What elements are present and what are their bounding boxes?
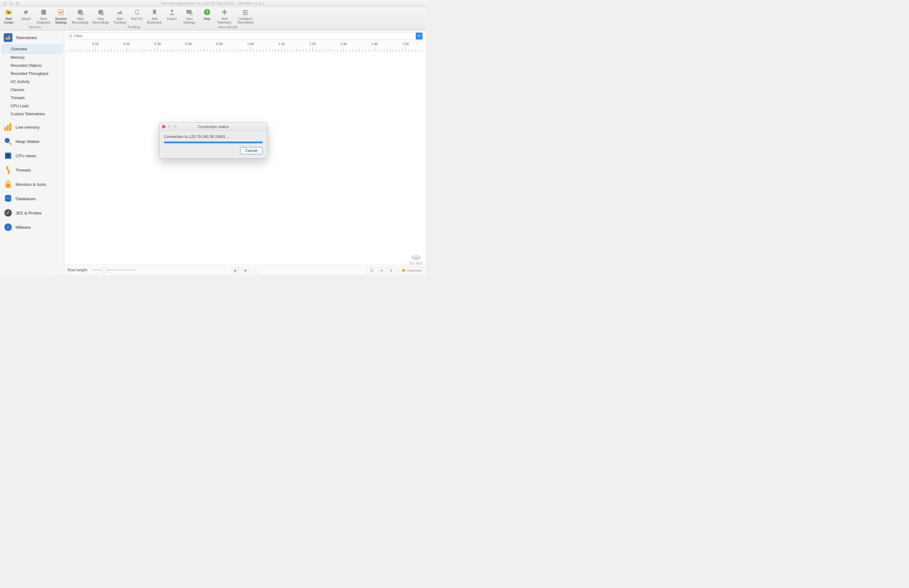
sidebar-sub-recorded-throughput[interactable]: Recorded Throughput (2, 69, 62, 78)
sidebar-cat-cpu-views[interactable]: CPU views (0, 149, 64, 163)
status-bar-right: ⇆ ⇅ Detached (367, 267, 424, 274)
remove-button[interactable]: − (251, 268, 259, 274)
run-gc-button[interactable]: Run GC (128, 7, 146, 24)
toolbar-group-label-session: Session (0, 24, 70, 30)
attach-button[interactable]: Attach (18, 7, 35, 24)
svg-point-25 (411, 255, 421, 260)
tick-major (126, 47, 127, 51)
svg-point-27 (417, 255, 419, 257)
sidebar-cat-heap-walker[interactable]: Heap Walker (0, 134, 64, 149)
tick-mid (142, 48, 142, 51)
databases-icon (4, 194, 13, 203)
search-icon (67, 34, 74, 38)
export-button[interactable]: Export (163, 7, 181, 24)
row-height-slider[interactable] (93, 270, 136, 271)
flag-button[interactable]: ⚑ (241, 268, 249, 274)
sidebar-cat-jee-probes[interactable]: JEE & Probes (0, 206, 64, 220)
sidebar-sub-memory[interactable]: Memory (2, 53, 62, 61)
sidebar-sub-gc-activity[interactable]: GC Activity (2, 78, 62, 86)
tick-minor (108, 49, 108, 51)
folder-play-icon (5, 8, 13, 16)
sidebar-sub-threads[interactable]: Threads (2, 94, 62, 102)
tick-minor (381, 49, 381, 51)
cancel-button[interactable]: Cancel (240, 147, 263, 155)
start-recordings-button[interactable]: Start Recordings (70, 7, 91, 24)
tick-minor (294, 49, 294, 51)
toolbar-group-label-profiling: Profiling (70, 24, 198, 30)
sidebar-cat-telemetries[interactable]: Telemetries (0, 31, 64, 45)
tick-minor (83, 49, 83, 51)
sidebar-sub-custom-telemetries[interactable]: Custom Telemetries (2, 110, 62, 118)
sidebar-sub-cpu-load[interactable]: CPU Load (2, 102, 62, 110)
tick-minor (170, 49, 170, 51)
tick-major (343, 47, 344, 51)
add-bookmark-button[interactable]: Add Bookmark (146, 7, 163, 24)
row-height-label: Row height: (68, 268, 88, 272)
start-center-button[interactable]: Start Center (0, 7, 18, 24)
tick-mid (204, 48, 204, 51)
sidebar-cat-mbeans[interactable]: MBeans (0, 220, 64, 234)
tick-minor (275, 49, 275, 51)
slider-thumb-icon[interactable] (102, 268, 107, 273)
zoom-tool-button[interactable] (367, 267, 376, 274)
save-snapshot-button[interactable]: Save Snapshot (35, 7, 52, 24)
sliders-icon (241, 8, 249, 16)
svg-point-29 (402, 269, 405, 272)
detached-label: Detached (407, 268, 421, 272)
view-settings-button[interactable]: View Settings (181, 7, 198, 24)
svg-point-24 (69, 34, 71, 37)
start-tracking-button[interactable]: Start Tracking (111, 7, 128, 24)
tick-minor (114, 49, 115, 51)
tracking-icon (116, 8, 124, 16)
tick-mid (235, 48, 235, 51)
tick-minor (393, 49, 393, 51)
tick-label: 0:30 (154, 42, 161, 46)
filter-input-wrap[interactable] (67, 32, 424, 40)
jee-probes-icon (4, 208, 13, 217)
sidebar-sub-recorded-objects[interactable]: Recorded Objects (2, 61, 62, 69)
tick-minor (278, 49, 278, 51)
tick-minor (74, 49, 74, 51)
dialog-close-icon[interactable] (162, 125, 165, 128)
add-probe-button[interactable]: ✚ (231, 268, 239, 274)
telemetries-icon (4, 33, 13, 42)
fit-height-button[interactable]: ⇅ (387, 267, 395, 274)
tick-major (251, 47, 251, 51)
filter-dropdown-button[interactable] (416, 32, 422, 39)
configure-telemetries-button[interactable]: Configure Telemetries (233, 7, 257, 24)
tick-mid (266, 48, 267, 51)
svg-point-28 (370, 269, 373, 271)
session-settings-button[interactable]: Session Settings (52, 7, 70, 24)
tick-minor (291, 49, 291, 51)
connection-status-chip[interactable]: Detached (399, 267, 424, 274)
clipboard-check-icon (57, 8, 65, 16)
toolbar-group-view-specific: ? Help Add Telemetry Configure Telemetri… (198, 7, 257, 30)
svg-rect-19 (6, 184, 11, 188)
tick-minor (309, 49, 310, 51)
tick-minor (378, 49, 378, 51)
svg-point-26 (413, 255, 415, 257)
tick-major (375, 47, 375, 51)
tick-minor (319, 49, 319, 51)
telemetries-subitems: OverviewMemoryRecorded ObjectsRecorded T… (0, 45, 64, 120)
tick-mid (328, 48, 328, 51)
sidebar-cat-monitors-locks[interactable]: Monitors & locks (0, 177, 64, 191)
sidebar-sub-overview[interactable]: Overview (2, 45, 62, 53)
main-toolbar: Start Center Attach Save Snapshot Sessio… (0, 7, 426, 31)
tick-mid (297, 48, 297, 51)
fit-width-button[interactable]: ⇆ (378, 267, 385, 274)
sidebar-sub-classes[interactable]: Classes (2, 86, 62, 94)
tick-minor (71, 49, 71, 51)
sidebar-cat-threads[interactable]: Threads (0, 163, 64, 177)
sidebar-cat-telemetries-label: Telemetries (16, 36, 37, 40)
sidebar-cat-live-memory[interactable]: Live memory (0, 120, 64, 134)
tick-label: 1:00 (247, 42, 254, 46)
add-telemetry-button[interactable]: Add Telemetry (216, 7, 233, 24)
filter-input[interactable] (74, 34, 414, 38)
help-button[interactable]: ? Help (198, 7, 216, 24)
tick-minor (238, 49, 238, 51)
tick-minor (337, 49, 338, 51)
stop-recordings-button[interactable]: Stop Recordings (91, 7, 111, 24)
tick-minor (163, 49, 164, 51)
sidebar-cat-databases[interactable]: Databases (0, 191, 64, 206)
